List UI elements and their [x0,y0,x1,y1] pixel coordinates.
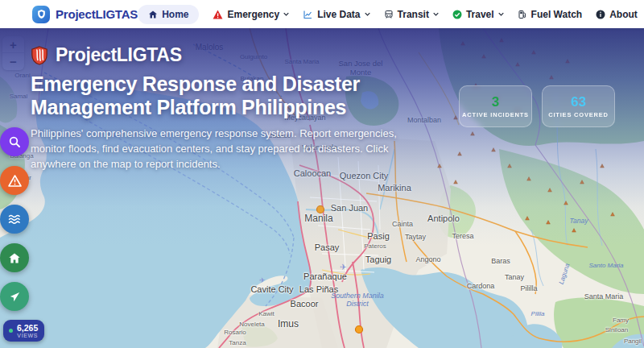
warning-triangle-icon [8,175,22,187]
map-label: Bulakan [241,75,264,82]
brand-name: ProjectLIGTAS [56,7,138,21]
map-label: Taytay [405,233,426,241]
nav-item-transit[interactable]: Transit [384,9,439,20]
shield-logo-icon [32,6,50,23]
map-label: Angono [415,255,440,263]
active-incidents-value: 3 [492,95,499,109]
map-label: Manila [304,213,332,224]
map-label: Pasay [315,242,340,252]
map-label: Las Piñas [299,284,338,294]
search-fab-button[interactable] [0,127,29,156]
info-icon [596,10,605,19]
map-label: Guiguinto [240,53,267,60]
map-label: Quezon City [340,171,389,180]
nav-item-label: About [609,9,638,20]
evacuation-center-fab-button[interactable] [0,243,29,272]
map-label: Antipolo [427,213,460,223]
map-label: Obando [268,132,291,139]
views-count: 6,265 [17,323,38,333]
cities-covered-label: CITIES COVERED [548,111,609,118]
projectligtas-app: ProjectLIGTAS Home Emergency Live Data T… [0,0,644,348]
map-label: Tanay [505,273,524,281]
nav-menu: Home Emergency Live Data Transit Travel [138,5,638,24]
nav-item-label: Fuel Watch [531,9,583,20]
warning-triangle-icon [213,10,223,19]
cities-covered-card: 63 CITIES COVERED [542,85,615,127]
map-label: Tanza [229,339,246,346]
nav-item-label: Travel [466,9,494,20]
top-navbar: ProjectLIGTAS Home Emergency Live Data T… [0,0,644,28]
map-label: Laguna [558,263,572,285]
map-label: Meycauayan [284,114,325,122]
map-label: Santa Maria [284,58,319,65]
map-label: Southern Manila District [331,292,384,309]
map-label: Noveleta [239,321,265,328]
map-label: Pililla [520,284,537,292]
nav-item-label: Home [162,9,188,20]
check-circle-icon [452,10,462,19]
nav-item-live-data[interactable]: Live Data [303,9,369,20]
nav-item-fuel-watch[interactable]: Fuel Watch [518,9,583,20]
home-icon [8,252,21,264]
map-label: Taguig [365,255,391,264]
map-label: Santa Maria [584,292,624,300]
cities-covered-value: 63 [571,95,586,109]
map-label: Teresa [452,232,473,240]
fuel-pump-icon [518,10,527,19]
map-label: Malolos [196,43,223,52]
brand-logo-home-link[interactable]: ProjectLIGTAS [32,6,138,23]
map-label: Bacoor [291,299,319,309]
report-incident-fab-button[interactable] [0,166,29,195]
nav-item-emergency[interactable]: Emergency [213,9,289,20]
map-label: Pasig [367,231,390,241]
nav-item-home[interactable]: Home [138,5,199,24]
map-label: Pateros [364,242,386,250]
chevron-down-icon [283,12,289,16]
zoom-out-button[interactable]: − [2,53,24,70]
map-label: Pangil [624,338,642,345]
active-incidents-label: ACTIVE INCIDENTS [462,111,529,118]
stats-cards: 3 ACTIVE INCIDENTS 63 CITIES COVERED [459,85,615,127]
map-label: Cardona [467,282,495,290]
map-label: Valenzuela [302,143,337,151]
map-label: Marikina [378,183,411,193]
my-location-fab-button[interactable] [0,282,29,311]
interactive-map[interactable]: ✈ ✈ CaloocanQuezon CityMarikinaSan JuanM… [0,28,644,348]
map-label: Baras [491,257,510,265]
nav-item-label: Live Data [317,9,360,20]
map-label: Cainta [392,220,413,228]
map-label: Imus [278,318,299,329]
bus-icon [384,10,394,19]
waves-icon [8,213,22,225]
nav-item-label: Emergency [227,9,279,20]
map-label: Orani [14,72,31,79]
search-icon [8,135,21,148]
nav-item-travel[interactable]: Travel [452,9,504,20]
nav-item-label: Transit [398,9,429,20]
active-incidents-card: 3 ACTIVE INCIDENTS [459,85,532,127]
map-label: San Jose del Monte [334,60,387,77]
map-zoom-control: + − [2,36,24,70]
page-views-badge: 6,265 VIEWS [3,320,44,342]
chart-icon [303,10,313,19]
navigation-arrow-icon [9,291,21,303]
online-dot-icon [9,329,13,333]
chevron-down-icon [365,12,370,16]
map-label: Rosario [224,329,246,336]
home-icon [148,10,158,19]
chevron-down-icon [433,12,439,16]
flood-monitor-fab-button[interactable] [0,205,29,234]
map-label: Tanay [570,217,588,225]
map-label: Famy [613,317,629,324]
map-label: Cavite City [250,284,293,294]
map-label: Santo Maria [588,262,623,269]
nav-item-about[interactable]: About [596,9,638,20]
map-labels: CaloocanQuezon CityMarikinaSan JuanManil… [0,28,644,348]
map-label: Pilila [531,310,545,317]
map-label: Montalban [407,116,441,124]
zoom-in-button[interactable]: + [2,36,24,53]
map-label: Caloocan [294,168,331,178]
map-label: Parañaque [303,271,347,281]
chevron-down-icon [498,12,504,16]
map-label: Samal [10,93,28,100]
